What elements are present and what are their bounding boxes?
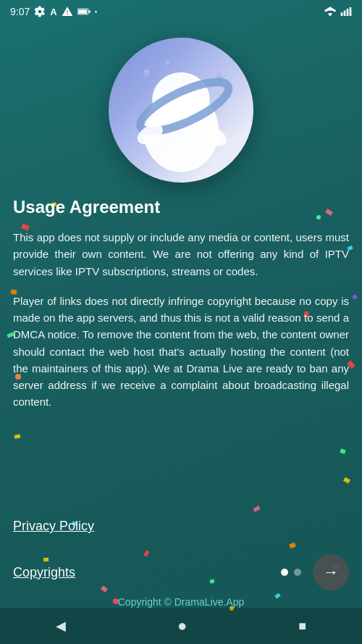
wifi-icon — [324, 7, 337, 17]
dot-icon: ● — [95, 9, 98, 14]
svg-rect-5 — [347, 9, 349, 16]
status-right — [324, 7, 352, 17]
status-bar: 9:07 A ● — [0, 0, 362, 23]
dot-indicators — [281, 569, 301, 576]
svg-rect-2 — [88, 11, 90, 13]
svg-rect-4 — [344, 11, 346, 16]
time-display: 9:07 — [10, 6, 30, 17]
arrow-right-icon: → — [323, 563, 339, 582]
paragraph-2: Player of links does not directly infrin… — [13, 293, 349, 411]
dot-2 — [294, 569, 301, 576]
settings-icon — [34, 6, 46, 17]
app-logo: ★ ★ ★ — [109, 38, 253, 183]
copyright-footer: Copyright © DramaLive.App — [13, 596, 349, 608]
recents-nav-icon[interactable]: ■ — [298, 619, 306, 634]
warning-icon — [62, 6, 73, 17]
paragraph-1: This app does not supply or include any … — [13, 229, 349, 280]
copyrights-row: Copyrights → — [13, 554, 349, 590]
svg-text:★: ★ — [161, 62, 168, 70]
next-button[interactable]: → — [313, 554, 349, 590]
logo-container: ★ ★ ★ — [0, 38, 362, 183]
section-title: Usage Agreement — [13, 197, 349, 217]
dot-1 — [281, 569, 288, 576]
back-nav-icon[interactable]: ◀ — [56, 618, 66, 634]
battery-icon — [77, 7, 90, 16]
a-icon: A — [50, 7, 56, 17]
copyrights-link[interactable]: Copyrights — [13, 565, 75, 580]
dots-and-arrow: → — [281, 554, 349, 590]
svg-rect-6 — [350, 7, 352, 16]
signal-icon — [340, 7, 352, 17]
nav-bar: ◀ ● ■ — [0, 608, 362, 644]
bottom-section: Privacy Policy Copyrights → Copyright © … — [0, 519, 362, 608]
logo-svg: ★ ★ ★ — [112, 41, 250, 179]
svg-text:★: ★ — [141, 69, 151, 81]
main-content: Usage Agreement This app does not supply… — [0, 197, 362, 411]
svg-rect-1 — [78, 9, 87, 13]
status-left: 9:07 A ● — [10, 6, 97, 17]
privacy-policy-link[interactable]: Privacy Policy — [13, 519, 349, 534]
svg-rect-3 — [341, 12, 343, 16]
home-nav-icon[interactable]: ● — [177, 616, 187, 635]
